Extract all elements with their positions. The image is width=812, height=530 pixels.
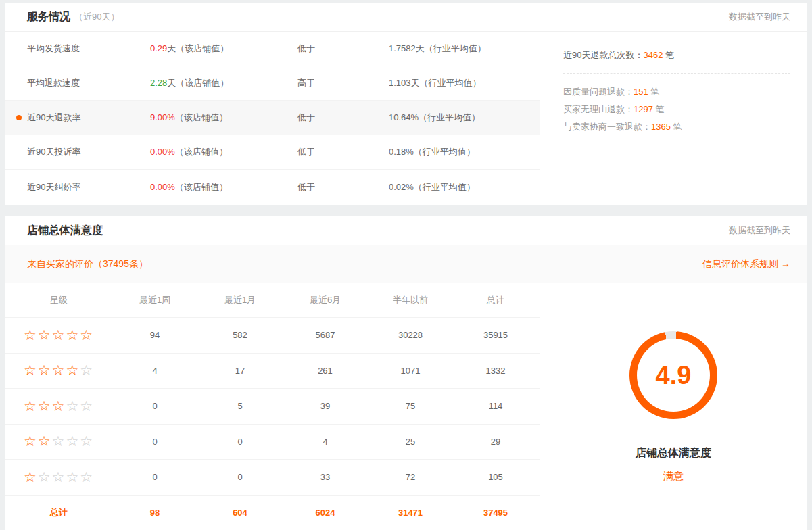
score-value: 4.9 xyxy=(656,361,692,390)
section-gap xyxy=(5,205,807,216)
rating-column-header: 最近6月 xyxy=(283,294,368,306)
metric-number: 9.00% xyxy=(150,112,175,122)
metric-unit: （该店铺值） xyxy=(175,182,228,192)
star-icon: ☆ xyxy=(80,433,94,449)
rating-count-cell: 582 xyxy=(197,330,283,340)
service-title: 服务情况 xyxy=(27,10,70,24)
refund-total-value: 3462 xyxy=(643,50,663,60)
metric-number: 0.29 xyxy=(150,43,167,53)
refund-item: 因质量问题退款：151 笔 xyxy=(563,83,790,101)
rating-count-cell: 35915 xyxy=(453,330,538,340)
rating-rules-link[interactable]: 信息评价体系规则 → xyxy=(702,258,790,270)
score-ring-inner: 4.9 xyxy=(637,339,710,412)
metric-comparator: 高于 xyxy=(297,77,389,89)
metric-label: 近90天纠纷率 xyxy=(27,181,150,193)
star-icon: ☆ xyxy=(80,469,94,485)
star-icon: ☆ xyxy=(38,327,52,343)
rating-count-cell: 17 xyxy=(197,366,283,376)
score-panel: 4.9 店铺总体满意度 满意 xyxy=(540,283,807,530)
satisfaction-data-note: 数据截至到昨天 xyxy=(729,224,790,237)
rating-count-cell: 75 xyxy=(368,401,453,411)
metric-label: 近90天退款率 xyxy=(27,112,150,124)
star-rating: ☆☆☆☆☆ xyxy=(5,469,112,485)
rating-count-cell: 31471 xyxy=(368,508,453,518)
metric-comparator: 低于 xyxy=(297,112,389,124)
star-icon: ☆ xyxy=(52,469,66,485)
metric-industry-value: 0.18%（行业平均值） xyxy=(389,146,540,158)
rating-row: 总计 9860460243147137495 xyxy=(5,496,540,530)
service-metrics-table: 平均发货速度 0.29天（该店铺值） 低于 1.7582天（行业平均值） 平均退… xyxy=(5,32,540,205)
rating-count-cell: 0 xyxy=(112,472,197,482)
star-icon: ☆ xyxy=(38,362,52,378)
rating-count-cell: 1332 xyxy=(453,366,538,376)
refund-items: 因质量问题退款：151 笔 买家无理由退款：1297 笔 与卖家协商一致退款：1… xyxy=(563,83,790,136)
rating-count-cell: 6024 xyxy=(283,508,368,518)
service-subtitle: （近90天） xyxy=(74,11,119,23)
metric-shop-value: 0.00%（该店铺值） xyxy=(150,146,297,158)
rating-count-cell: 39 xyxy=(283,401,368,411)
refund-item: 买家无理由退款：1297 笔 xyxy=(563,101,790,118)
star-icon: ☆ xyxy=(66,469,80,485)
rating-count-cell: 105 xyxy=(453,472,538,482)
star-icon: ☆ xyxy=(80,362,94,378)
star-icon: ☆ xyxy=(52,362,66,378)
star-rating: ☆☆☆☆☆ xyxy=(5,327,112,343)
metric-unit: 天（该店铺值） xyxy=(167,78,229,88)
star-rating: ☆☆☆☆☆ xyxy=(5,398,112,414)
rating-count-cell: 0 xyxy=(197,472,283,482)
rating-count-cell: 1071 xyxy=(368,366,453,376)
metric-industry-value: 0.02%（行业平均值） xyxy=(389,181,540,193)
star-icon: ☆ xyxy=(24,469,38,485)
rating-table: 星级最近1周最近1月最近6月半年以前总计 ☆☆☆☆☆ 9458256873022… xyxy=(5,283,540,530)
metric-number: 0.00% xyxy=(150,147,175,157)
star-icon: ☆ xyxy=(24,362,38,378)
rating-count-cell: 0 xyxy=(112,437,197,447)
rating-row: ☆☆☆☆☆ 9458256873022835915 xyxy=(5,318,540,354)
metric-comparator: 低于 xyxy=(297,43,389,55)
metric-unit: （该店铺值） xyxy=(175,112,228,122)
page: 服务情况 （近90天） 数据截至到昨天 平均发货速度 0.29天（该店铺值） 低… xyxy=(0,0,812,530)
star-icon: ☆ xyxy=(38,433,52,449)
rating-count-cell: 5687 xyxy=(283,330,368,340)
metric-label: 近90天投诉率 xyxy=(27,146,150,158)
rating-count-cell: 261 xyxy=(283,366,368,376)
star-icon: ☆ xyxy=(66,433,80,449)
metric-shop-value: 2.28天（该店铺值） xyxy=(150,77,297,89)
refund-item: 与卖家协商一致退款：1365 笔 xyxy=(563,118,790,136)
service-row: 近90天纠纷率 0.00%（该店铺值） 低于 0.02%（行业平均值） xyxy=(5,170,540,204)
refund-item-label: 与卖家协商一致退款： xyxy=(563,122,651,132)
rating-count-cell: 4 xyxy=(112,366,197,376)
service-body: 平均发货速度 0.29天（该店铺值） 低于 1.7582天（行业平均值） 平均退… xyxy=(5,32,807,205)
refund-item-value: 1297 xyxy=(634,104,653,114)
rating-count-cell: 30228 xyxy=(368,330,453,340)
satisfaction-header: 店铺总体满意度 数据截至到昨天 xyxy=(5,216,807,245)
rating-count-cell: 0 xyxy=(112,401,197,411)
rating-count-cell: 72 xyxy=(368,472,453,482)
metric-unit: （该店铺值） xyxy=(175,147,228,157)
refund-item-unit: 笔 xyxy=(671,122,682,132)
star-icon: ☆ xyxy=(80,327,94,343)
totals-label: 总计 xyxy=(5,506,112,519)
star-icon: ☆ xyxy=(80,398,94,414)
metric-comparator: 低于 xyxy=(297,181,389,193)
service-header: 服务情况 （近90天） 数据截至到昨天 xyxy=(5,3,807,32)
rating-column-header: 最近1月 xyxy=(197,294,283,306)
rating-column-header: 半年以前 xyxy=(368,294,453,306)
metric-shop-value: 0.00%（该店铺值） xyxy=(150,181,297,193)
rating-row: ☆☆☆☆☆ 41726110711332 xyxy=(5,354,540,389)
buyer-reviews-count: 来自买家的评价（37495条） xyxy=(27,258,148,270)
refund-item-label: 因质量问题退款： xyxy=(563,87,634,97)
service-row: 平均退款速度 2.28天（该店铺值） 高于 1.103天（行业平均值） xyxy=(5,66,540,101)
satisfaction-body: 星级最近1周最近1月最近6月半年以前总计 ☆☆☆☆☆ 9458256873022… xyxy=(5,283,807,530)
metric-shop-value: 9.00%（该店铺值） xyxy=(150,112,297,124)
score-label: 店铺总体满意度 xyxy=(636,446,711,460)
star-icon: ☆ xyxy=(24,327,38,343)
rating-count-cell: 0 xyxy=(197,437,283,447)
star-rating: ☆☆☆☆☆ xyxy=(5,362,112,379)
refund-item-label: 买家无理由退款： xyxy=(563,104,634,114)
star-icon: ☆ xyxy=(66,362,80,378)
highlight-dot-icon xyxy=(16,115,22,120)
star-icon: ☆ xyxy=(52,433,66,449)
rating-column-header: 星级 xyxy=(5,294,112,306)
rating-column-header: 最近1周 xyxy=(112,294,197,306)
